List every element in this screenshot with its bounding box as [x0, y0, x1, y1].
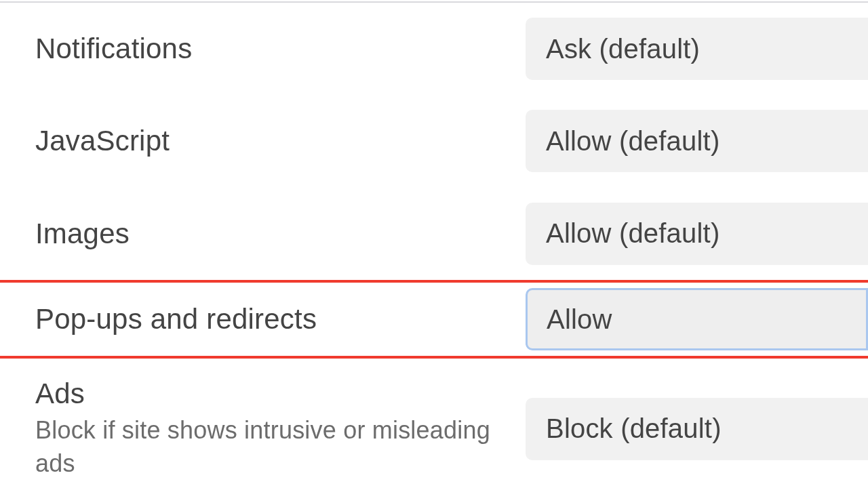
permission-label-block: Images [0, 188, 526, 280]
site-permissions-list: Notifications Ask (default) JavaScript A… [0, 3, 868, 488]
popups-select[interactable]: Allow [526, 288, 868, 350]
popups-select-value: Allow [547, 304, 612, 335]
highlighted-permission-row: Pop-ups and redirects Allow [0, 280, 868, 359]
permission-label-block: Pop-ups and redirects [0, 283, 526, 356]
permission-label-javascript: JavaScript [35, 125, 526, 157]
permission-select-block: Allow [526, 288, 868, 350]
notifications-select[interactable]: Ask (default) [526, 18, 868, 80]
permission-row-images: Images Allow (default) [0, 188, 868, 280]
images-select[interactable]: Allow (default) [526, 203, 868, 265]
permission-label-ads: Ads [35, 378, 526, 410]
permission-label-block: Ads Block if site shows intrusive or mis… [0, 359, 526, 488]
permission-select-block: Allow (default) [526, 110, 868, 172]
notifications-select-value: Ask (default) [546, 34, 700, 64]
permission-label-block: Notifications [0, 3, 526, 95]
permission-select-block: Ask (default) [526, 18, 868, 80]
ads-select-value: Block (default) [546, 413, 722, 444]
permission-row-popups: Pop-ups and redirects Allow [0, 283, 868, 356]
permission-label-notifications: Notifications [35, 33, 526, 65]
ads-select[interactable]: Block (default) [526, 398, 868, 460]
permission-row-ads: Ads Block if site shows intrusive or mis… [0, 359, 868, 488]
permission-label-block: JavaScript [0, 95, 526, 187]
javascript-select[interactable]: Allow (default) [526, 110, 868, 172]
permission-label-images: Images [35, 218, 526, 250]
permission-row-notifications: Notifications Ask (default) [0, 3, 868, 95]
javascript-select-value: Allow (default) [546, 126, 719, 157]
permission-description-ads: Block if site shows intrusive or mislead… [35, 414, 496, 480]
permission-row-javascript: JavaScript Allow (default) [0, 95, 868, 187]
permission-label-popups: Pop-ups and redirects [35, 303, 526, 336]
images-select-value: Allow (default) [546, 218, 719, 249]
permission-select-block: Allow (default) [526, 203, 868, 265]
permission-select-block: Block (default) [526, 398, 868, 460]
